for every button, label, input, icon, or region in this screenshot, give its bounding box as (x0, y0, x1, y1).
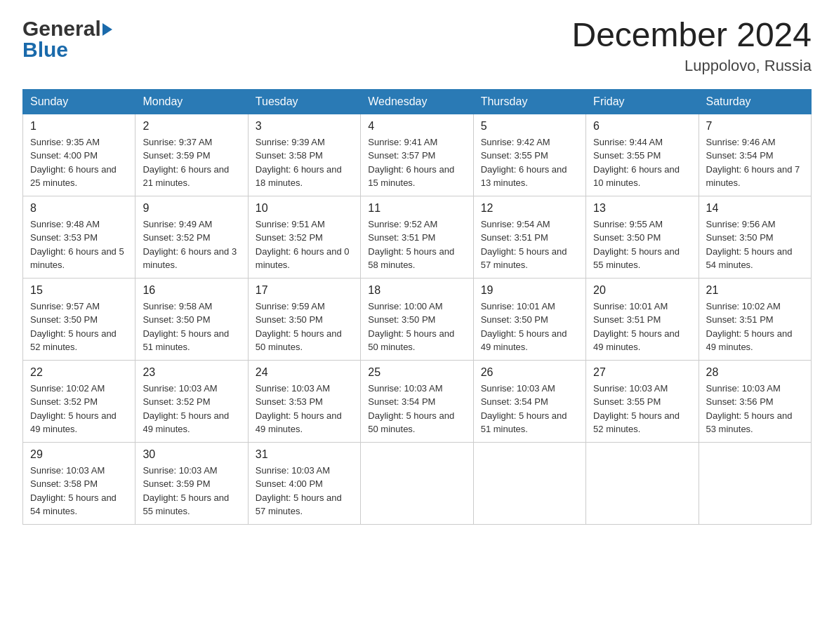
calendar-table: Sunday Monday Tuesday Wednesday Thursday… (22, 89, 812, 525)
table-row: 3 Sunrise: 9:39 AMSunset: 3:58 PMDayligh… (248, 114, 360, 196)
day-info: Sunrise: 10:01 AMSunset: 3:51 PMDaylight… (593, 301, 680, 353)
day-info: Sunrise: 10:03 AMSunset: 3:58 PMDaylight… (30, 465, 117, 517)
day-info: Sunrise: 10:03 AMSunset: 3:55 PMDaylight… (593, 383, 680, 435)
day-info: Sunrise: 9:58 AMSunset: 3:50 PMDaylight:… (143, 301, 229, 353)
day-number: 16 (143, 284, 240, 297)
table-row: 25 Sunrise: 10:03 AMSunset: 3:54 PMDayli… (361, 360, 473, 442)
day-number: 24 (256, 366, 353, 379)
day-number: 18 (368, 284, 465, 297)
table-row (586, 442, 699, 524)
table-row: 20 Sunrise: 10:01 AMSunset: 3:51 PMDayli… (586, 278, 699, 360)
table-row: 2 Sunrise: 9:37 AMSunset: 3:59 PMDayligh… (135, 114, 248, 196)
day-info: Sunrise: 10:03 AMSunset: 3:54 PMDaylight… (368, 383, 454, 435)
day-number: 1 (30, 120, 128, 133)
day-number: 14 (706, 202, 804, 215)
day-number: 25 (368, 366, 465, 379)
day-number: 11 (368, 202, 465, 215)
table-row: 26 Sunrise: 10:03 AMSunset: 3:54 PMDayli… (473, 360, 585, 442)
day-number: 20 (593, 284, 691, 297)
table-row (699, 442, 811, 524)
logo: General Blue (22, 17, 112, 62)
logo-blue-text: Blue (22, 38, 112, 62)
table-row: 21 Sunrise: 10:02 AMSunset: 3:51 PMDayli… (699, 278, 811, 360)
table-row: 19 Sunrise: 10:01 AMSunset: 3:50 PMDayli… (473, 278, 585, 360)
day-info: Sunrise: 9:44 AMSunset: 3:55 PMDaylight:… (593, 137, 680, 189)
day-info: Sunrise: 9:35 AMSunset: 4:00 PMDaylight:… (30, 137, 117, 189)
day-info: Sunrise: 10:03 AMSunset: 3:53 PMDaylight… (256, 383, 342, 435)
day-number: 26 (481, 366, 578, 379)
day-info: Sunrise: 9:42 AMSunset: 3:55 PMDaylight:… (481, 137, 567, 189)
table-row: 17 Sunrise: 9:59 AMSunset: 3:50 PMDaylig… (248, 278, 360, 360)
day-info: Sunrise: 10:00 AMSunset: 3:50 PMDaylight… (368, 301, 454, 353)
table-row (361, 442, 473, 524)
header-friday: Friday (586, 89, 699, 114)
day-info: Sunrise: 10:02 AMSunset: 3:51 PMDaylight… (706, 301, 793, 353)
day-info: Sunrise: 9:52 AMSunset: 3:51 PMDaylight:… (368, 219, 454, 271)
table-row: 29 Sunrise: 10:03 AMSunset: 3:58 PMDayli… (23, 442, 135, 524)
day-info: Sunrise: 9:59 AMSunset: 3:50 PMDaylight:… (256, 301, 342, 353)
table-row: 24 Sunrise: 10:03 AMSunset: 3:53 PMDayli… (248, 360, 360, 442)
day-number: 23 (143, 366, 240, 379)
table-row: 31 Sunrise: 10:03 AMSunset: 4:00 PMDayli… (248, 442, 360, 524)
header-saturday: Saturday (699, 89, 811, 114)
calendar-week-row: 22 Sunrise: 10:02 AMSunset: 3:52 PMDayli… (23, 360, 812, 442)
day-info: Sunrise: 9:56 AMSunset: 3:50 PMDaylight:… (706, 219, 793, 271)
table-row: 23 Sunrise: 10:03 AMSunset: 3:52 PMDayli… (135, 360, 248, 442)
table-row: 11 Sunrise: 9:52 AMSunset: 3:51 PMDaylig… (361, 196, 473, 278)
table-row: 30 Sunrise: 10:03 AMSunset: 3:59 PMDayli… (135, 442, 248, 524)
day-info: Sunrise: 10:03 AMSunset: 3:54 PMDaylight… (481, 383, 567, 435)
header-monday: Monday (135, 89, 248, 114)
table-row: 22 Sunrise: 10:02 AMSunset: 3:52 PMDayli… (23, 360, 135, 442)
table-row: 1 Sunrise: 9:35 AMSunset: 4:00 PMDayligh… (23, 114, 135, 196)
table-row (473, 442, 585, 524)
calendar-week-row: 15 Sunrise: 9:57 AMSunset: 3:50 PMDaylig… (23, 278, 812, 360)
table-row: 9 Sunrise: 9:49 AMSunset: 3:52 PMDayligh… (135, 196, 248, 278)
day-number: 6 (593, 120, 691, 133)
day-info: Sunrise: 9:55 AMSunset: 3:50 PMDaylight:… (593, 219, 680, 271)
table-row: 4 Sunrise: 9:41 AMSunset: 3:57 PMDayligh… (361, 114, 473, 196)
table-row: 8 Sunrise: 9:48 AMSunset: 3:53 PMDayligh… (23, 196, 135, 278)
table-row: 7 Sunrise: 9:46 AMSunset: 3:54 PMDayligh… (699, 114, 811, 196)
day-number: 21 (706, 284, 804, 297)
location-subtitle: Luppolovo, Russia (571, 57, 812, 75)
day-info: Sunrise: 9:41 AMSunset: 3:57 PMDaylight:… (368, 137, 454, 189)
day-number: 2 (143, 120, 240, 133)
day-number: 29 (30, 448, 128, 461)
day-number: 22 (30, 366, 128, 379)
table-row: 18 Sunrise: 10:00 AMSunset: 3:50 PMDayli… (361, 278, 473, 360)
day-number: 13 (593, 202, 691, 215)
logo-line1: General (22, 17, 112, 41)
day-number: 15 (30, 284, 128, 297)
day-info: Sunrise: 9:48 AMSunset: 3:53 PMDaylight:… (30, 219, 124, 271)
month-year-title: December 2024 (571, 17, 812, 54)
table-row: 15 Sunrise: 9:57 AMSunset: 3:50 PMDaylig… (23, 278, 135, 360)
day-info: Sunrise: 9:49 AMSunset: 3:52 PMDaylight:… (143, 219, 237, 271)
calendar-week-row: 1 Sunrise: 9:35 AMSunset: 4:00 PMDayligh… (23, 114, 812, 196)
day-info: Sunrise: 10:03 AMSunset: 4:00 PMDaylight… (256, 465, 342, 517)
day-number: 19 (481, 284, 578, 297)
day-info: Sunrise: 9:39 AMSunset: 3:58 PMDaylight:… (256, 137, 342, 189)
day-number: 31 (256, 448, 353, 461)
table-row: 16 Sunrise: 9:58 AMSunset: 3:50 PMDaylig… (135, 278, 248, 360)
day-info: Sunrise: 9:46 AMSunset: 3:54 PMDaylight:… (706, 137, 800, 189)
day-info: Sunrise: 9:51 AMSunset: 3:52 PMDaylight:… (256, 219, 350, 271)
day-info: Sunrise: 9:57 AMSunset: 3:50 PMDaylight:… (30, 301, 117, 353)
day-info: Sunrise: 10:01 AMSunset: 3:50 PMDaylight… (481, 301, 567, 353)
header-tuesday: Tuesday (248, 89, 360, 114)
day-number: 30 (143, 448, 240, 461)
calendar-header-row: Sunday Monday Tuesday Wednesday Thursday… (23, 89, 812, 114)
logo-arrow-icon (102, 23, 112, 36)
table-row: 28 Sunrise: 10:03 AMSunset: 3:56 PMDayli… (699, 360, 811, 442)
day-info: Sunrise: 10:03 AMSunset: 3:52 PMDaylight… (143, 383, 229, 435)
day-number: 5 (481, 120, 578, 133)
day-info: Sunrise: 10:03 AMSunset: 3:56 PMDaylight… (706, 383, 793, 435)
page-header: General Blue December 2024 Luppolovo, Ru… (22, 17, 812, 75)
day-number: 9 (143, 202, 240, 215)
title-section: December 2024 Luppolovo, Russia (571, 17, 812, 75)
calendar-week-row: 8 Sunrise: 9:48 AMSunset: 3:53 PMDayligh… (23, 196, 812, 278)
table-row: 6 Sunrise: 9:44 AMSunset: 3:55 PMDayligh… (586, 114, 699, 196)
day-number: 17 (256, 284, 353, 297)
table-row: 10 Sunrise: 9:51 AMSunset: 3:52 PMDaylig… (248, 196, 360, 278)
header-thursday: Thursday (473, 89, 585, 114)
day-info: Sunrise: 9:37 AMSunset: 3:59 PMDaylight:… (143, 137, 229, 189)
